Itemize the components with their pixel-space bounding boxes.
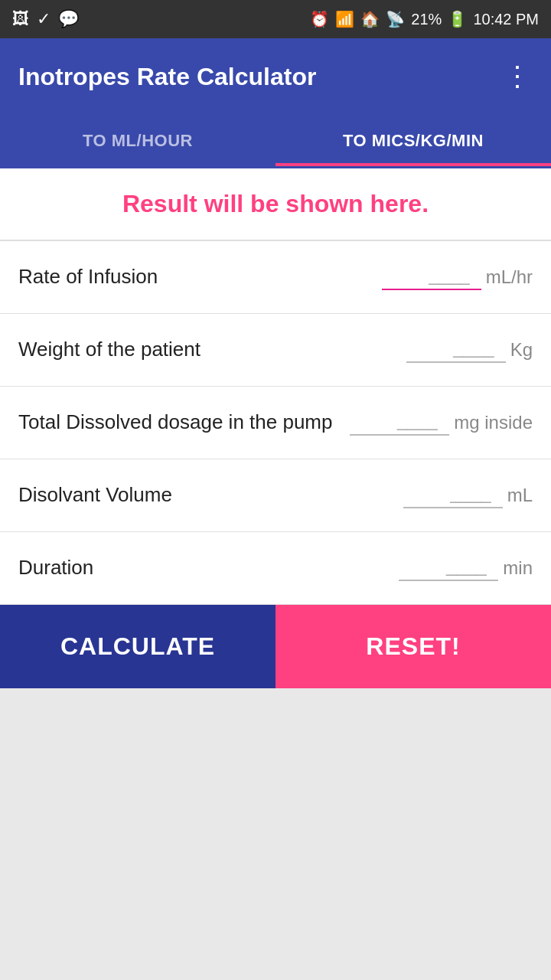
duration-label: Duration bbox=[18, 555, 341, 581]
battery-icon: 🔋 bbox=[448, 10, 467, 28]
total-dissolved-input-wrap: mg inside bbox=[341, 410, 533, 436]
main-content: Result will be shown here. Rate of Infus… bbox=[0, 168, 551, 688]
time: 10:42 PM bbox=[473, 11, 539, 28]
total-dissolved-unit: mg inside bbox=[454, 412, 533, 433]
check-icon: ✓ bbox=[37, 9, 51, 29]
total-dissolved-label: Total Dissolved dosage in the pump bbox=[18, 410, 341, 436]
field-total-dissolved: Total Dissolved dosage in the pump mg in… bbox=[0, 386, 551, 459]
reset-button[interactable]: RESET! bbox=[276, 605, 551, 688]
disolvant-volume-unit: mL bbox=[507, 485, 533, 506]
total-dissolved-input[interactable] bbox=[350, 410, 449, 436]
disolvant-volume-label: Disolvant Volume bbox=[18, 482, 341, 508]
wechat-icon: 💬 bbox=[58, 9, 79, 29]
field-duration: Duration min bbox=[0, 531, 551, 604]
disolvant-volume-input-wrap: mL bbox=[341, 482, 533, 508]
duration-input-wrap: min bbox=[341, 555, 533, 581]
app-bar: Inotropes Rate Calculator ⋮ bbox=[0, 38, 551, 115]
weight-input[interactable] bbox=[406, 337, 506, 363]
status-bar: 🖼 ✓ 💬 ⏰ 📶 🏠 📡 21% 🔋 10:42 PM bbox=[0, 0, 551, 38]
menu-button[interactable]: ⋮ bbox=[504, 60, 533, 93]
weight-unit: Kg bbox=[510, 339, 533, 361]
weight-label: Weight of the patient bbox=[18, 337, 341, 363]
button-row: CALCULATE RESET! bbox=[0, 604, 551, 688]
disolvant-volume-input[interactable] bbox=[403, 482, 503, 508]
alarm-icon: ⏰ bbox=[310, 10, 329, 28]
tab-bar: TO ML/HOUR TO MICS/KG/MIN bbox=[0, 115, 551, 168]
wifi-icon: 📶 bbox=[335, 10, 354, 28]
app-title: Inotropes Rate Calculator bbox=[18, 63, 316, 91]
field-weight: Weight of the patient Kg bbox=[0, 313, 551, 386]
home-icon: 🏠 bbox=[360, 10, 380, 28]
field-disolvant-volume: Disolvant Volume mL bbox=[0, 459, 551, 531]
status-left-icons: 🖼 ✓ 💬 bbox=[12, 9, 79, 29]
rate-of-infusion-label: Rate of Infusion bbox=[18, 264, 341, 290]
duration-input[interactable] bbox=[399, 555, 498, 581]
calculate-button[interactable]: CALCULATE bbox=[0, 605, 276, 688]
tab-to-mics[interactable]: TO MICS/KG/MIN bbox=[276, 115, 551, 166]
weight-input-wrap: Kg bbox=[341, 337, 533, 363]
result-text: Result will be shown here. bbox=[122, 190, 429, 217]
rate-of-infusion-input[interactable] bbox=[382, 264, 481, 290]
rate-of-infusion-input-wrap: mL/hr bbox=[341, 264, 533, 290]
signal-icon: 📡 bbox=[386, 10, 405, 28]
rate-of-infusion-unit: mL/hr bbox=[486, 266, 533, 288]
image-icon: 🖼 bbox=[12, 9, 29, 29]
status-right-icons: ⏰ 📶 🏠 📡 21% 🔋 10:42 PM bbox=[310, 10, 539, 28]
tab-to-ml-hour[interactable]: TO ML/HOUR bbox=[0, 115, 276, 166]
bottom-area bbox=[0, 688, 551, 811]
battery-percent: 21% bbox=[411, 11, 442, 28]
duration-unit: min bbox=[503, 557, 533, 579]
field-rate-of-infusion: Rate of Infusion mL/hr bbox=[0, 240, 551, 313]
result-banner: Result will be shown here. bbox=[0, 168, 551, 240]
